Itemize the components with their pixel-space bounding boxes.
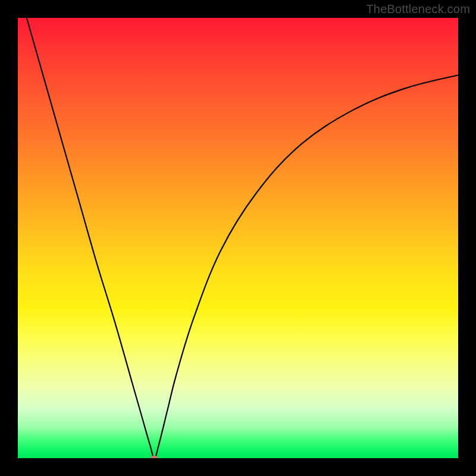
- optimum-marker: [151, 456, 158, 459]
- curve-svg: [18, 18, 458, 458]
- chart-frame: TheBottleneck.com: [0, 0, 476, 476]
- bottleneck-curve: [27, 18, 458, 458]
- plot-area: [18, 18, 458, 458]
- watermark-text: TheBottleneck.com: [366, 2, 470, 16]
